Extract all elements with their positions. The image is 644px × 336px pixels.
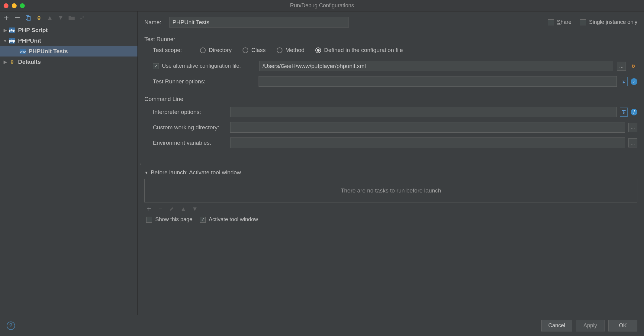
alt-config-path-input[interactable] bbox=[259, 61, 613, 71]
svg-point-7 bbox=[633, 65, 634, 67]
checkbox-icon bbox=[146, 217, 152, 223]
cancel-button[interactable]: Cancel bbox=[541, 320, 572, 331]
sidebar-toolbar: ▲ ▼ az bbox=[0, 11, 137, 24]
interpreter-options-label: Interpreter options: bbox=[153, 109, 227, 115]
tree-label: Defaults bbox=[18, 59, 41, 65]
tree-item-php-script[interactable]: ▶ php PHP Script bbox=[0, 25, 137, 35]
share-label: hare bbox=[561, 19, 572, 25]
config-tree[interactable]: ▶ php PHP Script ▼ php PHPUnit php PHPUn… bbox=[0, 24, 137, 315]
info-icon[interactable]: i bbox=[631, 109, 637, 115]
remove-task-icon[interactable]: − bbox=[157, 205, 164, 212]
svg-rect-0 bbox=[15, 17, 20, 18]
edit-task-icon[interactable] bbox=[169, 205, 175, 212]
window-title: Run/Debug Configurations bbox=[290, 2, 354, 9]
radio-label: Defined in the configuration file bbox=[324, 47, 403, 53]
scope-radio-method[interactable]: Method bbox=[277, 47, 304, 53]
svg-rect-2 bbox=[27, 17, 30, 20]
move-up-icon[interactable]: ▲ bbox=[47, 15, 53, 21]
tasks-toolbar: − ▲ ▼ bbox=[144, 202, 637, 216]
svg-text:z: z bbox=[82, 18, 84, 21]
tree-item-defaults[interactable]: ▶ Defaults bbox=[0, 57, 137, 67]
interpreter-options-input[interactable] bbox=[230, 107, 617, 117]
window-controls bbox=[4, 3, 25, 8]
browse-button[interactable]: … bbox=[628, 123, 637, 132]
info-icon[interactable]: i bbox=[631, 78, 637, 85]
move-task-up-icon[interactable]: ▲ bbox=[180, 205, 187, 212]
move-down-icon[interactable]: ▼ bbox=[57, 15, 64, 21]
activate-tool-checkbox[interactable]: Activate tool window bbox=[200, 216, 258, 223]
expand-field-icon[interactable] bbox=[620, 108, 628, 117]
ok-button[interactable]: OK bbox=[608, 320, 637, 331]
runner-options-label: Test Runner options: bbox=[153, 78, 256, 85]
use-alt-config-checkbox[interactable]: Use alternative configuration file: bbox=[153, 63, 256, 69]
name-input[interactable] bbox=[169, 17, 349, 27]
empty-tasks-text: There are no tasks to run before launch bbox=[341, 187, 441, 194]
folder-icon[interactable] bbox=[68, 15, 75, 21]
copy-config-icon[interactable] bbox=[25, 15, 31, 21]
apply-button[interactable]: Apply bbox=[576, 320, 605, 331]
test-scope-label: Test scope: bbox=[153, 47, 189, 53]
radio-icon bbox=[200, 47, 206, 53]
scope-radio-config-file[interactable]: Defined in the configuration file bbox=[315, 47, 403, 53]
runner-options-input[interactable] bbox=[259, 76, 617, 87]
radio-label: Method bbox=[285, 47, 304, 53]
tree-label: PHP Script bbox=[18, 27, 48, 34]
radio-icon bbox=[277, 47, 282, 53]
test-runner-title: Test Runner bbox=[144, 36, 637, 43]
remove-config-icon[interactable] bbox=[14, 15, 21, 21]
svg-point-3 bbox=[38, 17, 40, 18]
tree-label: PHPUnit Tests bbox=[29, 48, 68, 55]
radio-label: Class bbox=[251, 47, 266, 53]
config-form: ⋮⋮ Name: Share Single instance only Test… bbox=[138, 11, 644, 315]
tree-label: PHPUnit bbox=[18, 37, 41, 44]
activate-tool-label: Activate tool window bbox=[209, 216, 258, 223]
cwd-label: Custom working directory: bbox=[153, 124, 227, 131]
close-window-button[interactable] bbox=[4, 3, 8, 8]
checkbox-icon bbox=[580, 19, 586, 25]
command-line-title: Command Line bbox=[144, 96, 637, 102]
sort-icon[interactable]: az bbox=[79, 15, 86, 21]
php-file-icon: php bbox=[9, 27, 15, 33]
checkbox-icon bbox=[548, 19, 554, 25]
browse-button[interactable]: … bbox=[617, 62, 626, 71]
single-instance-checkbox[interactable]: Single instance only bbox=[580, 19, 637, 25]
minimize-window-button[interactable] bbox=[12, 3, 17, 8]
settings-icon[interactable] bbox=[630, 62, 637, 71]
checkbox-icon bbox=[200, 217, 206, 223]
before-launch-label: Before launch: Activate tool window bbox=[151, 169, 241, 176]
help-icon[interactable]: ? bbox=[7, 321, 15, 330]
before-launch-tasks: There are no tasks to run before launch bbox=[144, 179, 637, 202]
show-page-checkbox[interactable]: Show this page bbox=[146, 216, 192, 223]
before-launch-header[interactable]: ▼ Before launch: Activate tool window bbox=[144, 169, 637, 176]
expand-arrow-icon[interactable]: ▶ bbox=[3, 60, 7, 64]
env-label: Environment variables: bbox=[153, 140, 227, 146]
php-file-icon: php bbox=[9, 38, 15, 44]
move-task-down-icon[interactable]: ▼ bbox=[192, 205, 198, 212]
tree-item-phpunit[interactable]: ▼ php PHPUnit bbox=[0, 35, 137, 46]
name-label: Name: bbox=[144, 19, 165, 26]
add-config-icon[interactable] bbox=[3, 15, 10, 21]
configurations-sidebar: ▲ ▼ az ▶ php PHP Script ▼ php PHPUnit ph… bbox=[0, 11, 138, 315]
collapse-arrow-icon[interactable]: ▼ bbox=[3, 38, 7, 43]
settings-config-icon[interactable] bbox=[36, 15, 42, 21]
show-page-label: Show this page bbox=[155, 216, 192, 223]
titlebar: Run/Debug Configurations bbox=[0, 0, 644, 11]
scope-radio-directory[interactable]: Directory bbox=[200, 47, 232, 53]
zoom-window-button[interactable] bbox=[20, 3, 25, 8]
add-task-icon[interactable] bbox=[146, 205, 152, 212]
dialog-footer: ? Cancel Apply OK bbox=[0, 315, 644, 336]
radio-icon bbox=[243, 47, 248, 53]
expand-arrow-icon[interactable]: ▶ bbox=[3, 28, 7, 33]
browse-button[interactable]: … bbox=[628, 138, 637, 147]
scope-radio-class[interactable]: Class bbox=[243, 47, 266, 53]
tree-item-phpunit-tests[interactable]: php PHPUnit Tests bbox=[0, 46, 137, 57]
splitter-handle[interactable]: ⋮⋮ bbox=[138, 161, 142, 165]
gear-icon bbox=[9, 59, 15, 65]
collapse-arrow-icon: ▼ bbox=[144, 170, 148, 175]
svg-point-6 bbox=[11, 61, 13, 63]
cwd-input[interactable] bbox=[230, 122, 625, 133]
radio-icon bbox=[315, 47, 321, 53]
share-checkbox[interactable]: Share bbox=[548, 19, 572, 25]
expand-field-icon[interactable] bbox=[620, 77, 628, 86]
env-input[interactable] bbox=[230, 137, 625, 148]
